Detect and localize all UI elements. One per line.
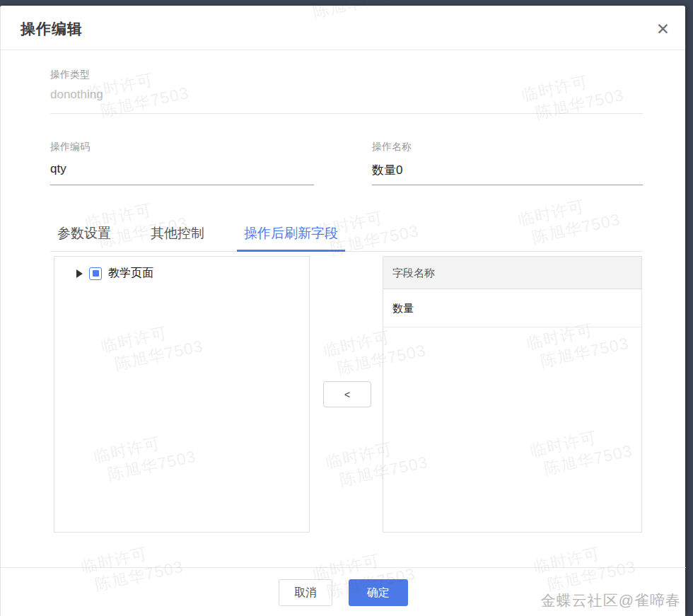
field-table-body: 数量 [383,289,641,327]
selected-fields-panel: 字段名称 数量 [383,256,642,533]
dialog-header: 操作编辑 ✕ [1,6,685,50]
tree-checkbox-indeterminate[interactable] [89,267,102,280]
operation-name-underline [372,185,643,185]
field-table-header: 字段名称 [383,257,641,289]
operation-name-label: 操作名称 [372,141,412,153]
page: { "dialog": { "title": "操作编辑", "close_ic… [0,0,693,616]
checkbox-indeterminate-mark [93,270,99,277]
field-tree-panel: 教学页面 [54,256,310,533]
operation-code-label: 操作编码 [50,141,90,153]
operation-name-input[interactable]: 数量0 [372,162,402,178]
cancel-button[interactable]: 取消 [279,579,332,606]
operation-code-input[interactable]: qty [50,162,66,176]
tab-1[interactable]: 其他控制 [144,224,211,252]
operation-type-value: donothing [50,88,103,102]
tab-2[interactable]: 操作后刷新字段 [237,224,345,252]
footer-divider [1,567,686,568]
tree-expand-icon[interactable] [76,269,83,278]
tab-bar: 参数设置其他控制操作后刷新字段 [50,224,643,252]
operation-code-underline [50,185,314,185]
tab-0[interactable]: 参数设置 [50,224,118,252]
confirm-button[interactable]: 确定 [349,579,408,606]
close-icon[interactable]: ✕ [656,21,670,37]
community-credit: 金蝶云社区@雀啼春 [541,591,681,610]
tree-node-label[interactable]: 教学页面 [108,266,153,281]
operation-type-label: 操作类型 [50,69,90,81]
operation-type-underline [50,113,643,114]
dialog-title: 操作编辑 [21,19,83,39]
field-table-row[interactable]: 数量 [383,289,641,327]
operation-edit-dialog: 操作编辑 ✕ 操作类型 donothing 操作编码 qty 操作名称 数量0 … [0,6,685,616]
tree-node: 教学页面 [54,257,309,281]
move-left-button[interactable]: < [323,381,371,407]
